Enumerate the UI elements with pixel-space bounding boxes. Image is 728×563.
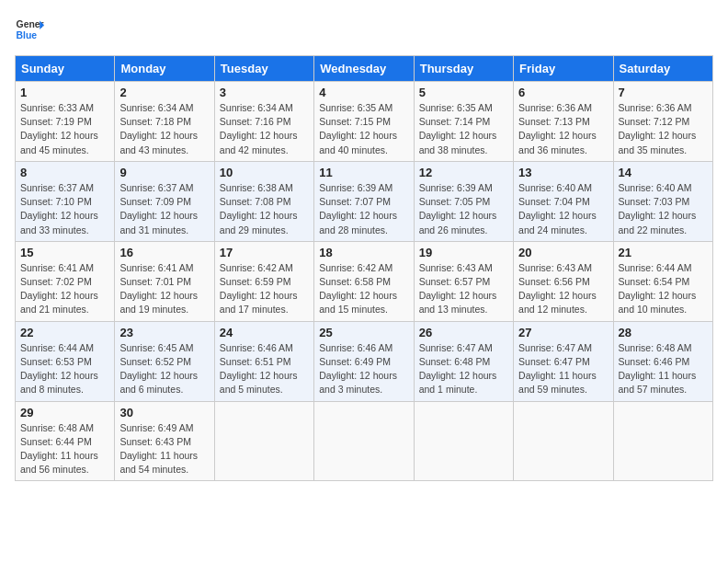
day-number: 16	[119, 246, 209, 259]
day-info: Sunrise: 6:42 AM Sunset: 6:59 PM Dayligh…	[220, 261, 309, 317]
day-info: Sunrise: 6:48 AM Sunset: 6:44 PM Dayligh…	[20, 421, 109, 477]
calendar-cell: 25Sunrise: 6:46 AM Sunset: 6:49 PM Dayli…	[314, 321, 414, 401]
day-info: Sunrise: 6:41 AM Sunset: 7:02 PM Dayligh…	[20, 261, 109, 317]
day-info: Sunrise: 6:38 AM Sunset: 7:08 PM Dayligh…	[220, 181, 309, 237]
day-number: 25	[319, 326, 408, 339]
calendar-cell: 22Sunrise: 6:44 AM Sunset: 6:53 PM Dayli…	[16, 321, 115, 401]
calendar-cell: 28Sunrise: 6:48 AM Sunset: 6:46 PM Dayli…	[613, 321, 712, 401]
day-info: Sunrise: 6:46 AM Sunset: 6:49 PM Dayligh…	[319, 341, 408, 397]
day-info: Sunrise: 6:36 AM Sunset: 7:12 PM Dayligh…	[619, 101, 708, 157]
day-number: 14	[619, 166, 708, 179]
calendar-cell: 5Sunrise: 6:35 AM Sunset: 7:14 PM Daylig…	[414, 82, 513, 162]
day-info: Sunrise: 6:35 AM Sunset: 7:15 PM Dayligh…	[319, 101, 408, 157]
calendar-body: 1Sunrise: 6:33 AM Sunset: 7:19 PM Daylig…	[16, 82, 713, 481]
day-info: Sunrise: 6:47 AM Sunset: 6:47 PM Dayligh…	[518, 341, 608, 397]
day-number: 19	[419, 246, 508, 259]
day-number: 21	[619, 246, 708, 259]
calendar-cell: 29Sunrise: 6:48 AM Sunset: 6:44 PM Dayli…	[16, 401, 115, 481]
calendar-cell	[314, 401, 414, 481]
calendar-cell: 8Sunrise: 6:37 AM Sunset: 7:10 PM Daylig…	[16, 161, 115, 241]
day-info: Sunrise: 6:40 AM Sunset: 7:04 PM Dayligh…	[518, 181, 608, 237]
day-info: Sunrise: 6:46 AM Sunset: 6:51 PM Dayligh…	[220, 341, 309, 397]
calendar-cell: 15Sunrise: 6:41 AM Sunset: 7:02 PM Dayli…	[16, 241, 115, 321]
day-number: 5	[419, 86, 508, 99]
day-info: Sunrise: 6:34 AM Sunset: 7:16 PM Dayligh…	[220, 101, 309, 157]
day-info: Sunrise: 6:35 AM Sunset: 7:14 PM Dayligh…	[419, 101, 508, 157]
day-info: Sunrise: 6:43 AM Sunset: 6:57 PM Dayligh…	[419, 261, 508, 317]
day-info: Sunrise: 6:40 AM Sunset: 7:03 PM Dayligh…	[619, 181, 708, 237]
day-number: 18	[319, 246, 408, 259]
calendar-cell: 4Sunrise: 6:35 AM Sunset: 7:15 PM Daylig…	[314, 82, 414, 162]
day-number: 22	[20, 326, 109, 339]
page-header: General Blue	[15, 15, 713, 44]
day-number: 28	[619, 326, 708, 339]
day-header-friday: Friday	[514, 56, 613, 82]
day-number: 12	[419, 166, 508, 179]
calendar-week-1: 8Sunrise: 6:37 AM Sunset: 7:10 PM Daylig…	[16, 161, 713, 241]
day-number: 4	[319, 86, 408, 99]
day-info: Sunrise: 6:43 AM Sunset: 6:56 PM Dayligh…	[518, 261, 608, 317]
calendar-cell: 3Sunrise: 6:34 AM Sunset: 7:16 PM Daylig…	[214, 82, 313, 162]
day-info: Sunrise: 6:48 AM Sunset: 6:46 PM Dayligh…	[619, 341, 708, 397]
day-header-tuesday: Tuesday	[214, 56, 313, 82]
calendar-cell: 10Sunrise: 6:38 AM Sunset: 7:08 PM Dayli…	[214, 161, 313, 241]
calendar-cell: 13Sunrise: 6:40 AM Sunset: 7:04 PM Dayli…	[514, 161, 613, 241]
day-info: Sunrise: 6:45 AM Sunset: 6:52 PM Dayligh…	[119, 341, 209, 397]
calendar-week-3: 22Sunrise: 6:44 AM Sunset: 6:53 PM Dayli…	[16, 321, 713, 401]
calendar-cell: 12Sunrise: 6:39 AM Sunset: 7:05 PM Dayli…	[414, 161, 513, 241]
day-number: 3	[220, 86, 309, 99]
day-number: 7	[619, 86, 708, 99]
calendar-cell: 30Sunrise: 6:49 AM Sunset: 6:43 PM Dayli…	[115, 401, 214, 481]
day-info: Sunrise: 6:44 AM Sunset: 6:54 PM Dayligh…	[619, 261, 708, 317]
calendar-header-row: SundayMondayTuesdayWednesdayThursdayFrid…	[16, 56, 713, 82]
day-info: Sunrise: 6:44 AM Sunset: 6:53 PM Dayligh…	[20, 341, 109, 397]
calendar-cell: 23Sunrise: 6:45 AM Sunset: 6:52 PM Dayli…	[115, 321, 214, 401]
day-number: 8	[20, 166, 109, 179]
calendar-cell: 11Sunrise: 6:39 AM Sunset: 7:07 PM Dayli…	[314, 161, 414, 241]
day-number: 20	[518, 246, 608, 259]
calendar-week-4: 29Sunrise: 6:48 AM Sunset: 6:44 PM Dayli…	[16, 401, 713, 481]
calendar-week-2: 15Sunrise: 6:41 AM Sunset: 7:02 PM Dayli…	[16, 241, 713, 321]
day-info: Sunrise: 6:36 AM Sunset: 7:13 PM Dayligh…	[518, 101, 608, 157]
day-number: 13	[518, 166, 608, 179]
day-header-sunday: Sunday	[16, 56, 115, 82]
day-number: 24	[220, 326, 309, 339]
day-header-wednesday: Wednesday	[314, 56, 414, 82]
calendar-cell: 24Sunrise: 6:46 AM Sunset: 6:51 PM Dayli…	[214, 321, 313, 401]
day-number: 27	[518, 326, 608, 339]
svg-text:Blue: Blue	[17, 30, 38, 40]
day-info: Sunrise: 6:33 AM Sunset: 7:19 PM Dayligh…	[20, 101, 109, 157]
calendar-cell: 2Sunrise: 6:34 AM Sunset: 7:18 PM Daylig…	[115, 82, 214, 162]
day-header-saturday: Saturday	[613, 56, 712, 82]
day-number: 9	[119, 166, 209, 179]
calendar: SundayMondayTuesdayWednesdayThursdayFrid…	[15, 55, 713, 481]
day-header-monday: Monday	[115, 56, 214, 82]
calendar-cell: 6Sunrise: 6:36 AM Sunset: 7:13 PM Daylig…	[514, 82, 613, 162]
calendar-cell	[214, 401, 313, 481]
calendar-cell: 1Sunrise: 6:33 AM Sunset: 7:19 PM Daylig…	[16, 82, 115, 162]
day-header-thursday: Thursday	[414, 56, 513, 82]
day-number: 10	[220, 166, 309, 179]
day-number: 29	[20, 406, 109, 419]
calendar-cell: 14Sunrise: 6:40 AM Sunset: 7:03 PM Dayli…	[613, 161, 712, 241]
day-info: Sunrise: 6:39 AM Sunset: 7:07 PM Dayligh…	[319, 181, 408, 237]
day-number: 17	[220, 246, 309, 259]
calendar-cell: 16Sunrise: 6:41 AM Sunset: 7:01 PM Dayli…	[115, 241, 214, 321]
logo: General Blue	[15, 15, 44, 44]
day-info: Sunrise: 6:49 AM Sunset: 6:43 PM Dayligh…	[119, 421, 209, 477]
day-info: Sunrise: 6:47 AM Sunset: 6:48 PM Dayligh…	[419, 341, 508, 397]
day-info: Sunrise: 6:37 AM Sunset: 7:09 PM Dayligh…	[119, 181, 209, 237]
day-number: 23	[119, 326, 209, 339]
calendar-cell: 26Sunrise: 6:47 AM Sunset: 6:48 PM Dayli…	[414, 321, 513, 401]
calendar-cell: 7Sunrise: 6:36 AM Sunset: 7:12 PM Daylig…	[613, 82, 712, 162]
day-number: 26	[419, 326, 508, 339]
calendar-cell: 19Sunrise: 6:43 AM Sunset: 6:57 PM Dayli…	[414, 241, 513, 321]
calendar-cell: 21Sunrise: 6:44 AM Sunset: 6:54 PM Dayli…	[613, 241, 712, 321]
calendar-cell: 9Sunrise: 6:37 AM Sunset: 7:09 PM Daylig…	[115, 161, 214, 241]
day-number: 6	[518, 86, 608, 99]
day-info: Sunrise: 6:34 AM Sunset: 7:18 PM Dayligh…	[119, 101, 209, 157]
day-number: 2	[119, 86, 209, 99]
day-info: Sunrise: 6:39 AM Sunset: 7:05 PM Dayligh…	[419, 181, 508, 237]
day-info: Sunrise: 6:42 AM Sunset: 6:58 PM Dayligh…	[319, 261, 408, 317]
calendar-cell: 27Sunrise: 6:47 AM Sunset: 6:47 PM Dayli…	[514, 321, 613, 401]
